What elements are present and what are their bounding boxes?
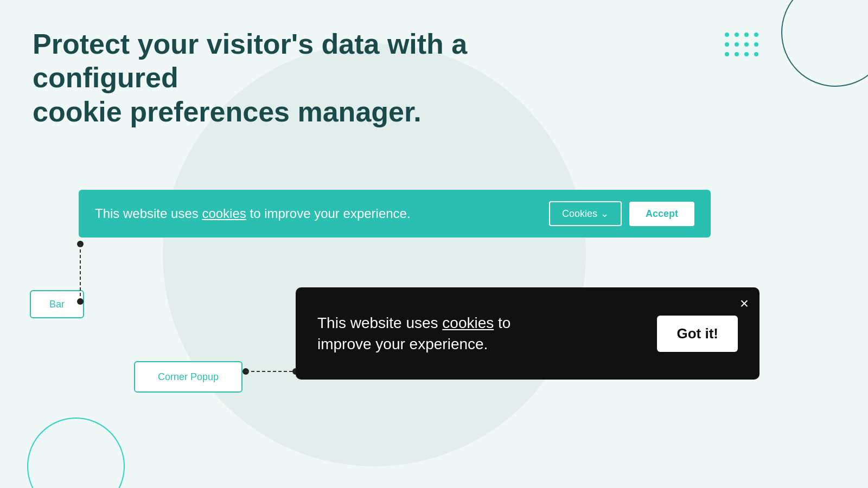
bar-label-box: Bar	[30, 290, 84, 318]
bar-banner-text-after: to improve your experience.	[246, 206, 411, 221]
close-button[interactable]: ×	[740, 296, 749, 311]
decorative-dots-grid	[725, 33, 760, 57]
chevron-down-icon: ⌄	[601, 208, 609, 220]
bar-banner-text-before: This website uses	[95, 206, 202, 221]
corner-label-text: Corner Popup	[158, 371, 219, 383]
corner-popup-cookies-link[interactable]: cookies	[442, 314, 494, 331]
cookies-dropdown-button[interactable]: Cookies ⌄	[549, 201, 622, 226]
bar-banner-text: This website uses cookies to improve you…	[95, 206, 549, 221]
heading-line1: Protect your visitor's data with a confi…	[33, 28, 467, 93]
decorative-circle-bottomleft	[27, 418, 125, 488]
svg-point-0	[77, 241, 84, 247]
cookies-button-label: Cookies	[562, 208, 597, 220]
corner-popup-label-box: Corner Popup	[134, 361, 242, 393]
corner-popup-text-before: This website uses	[317, 314, 442, 331]
close-icon: ×	[740, 295, 749, 312]
main-heading: Protect your visitor's data with a confi…	[33, 27, 521, 129]
got-it-label: Got it!	[676, 325, 718, 342]
accept-button-label: Accept	[646, 208, 678, 219]
corner-popup: × This website uses cookies toimprove yo…	[296, 287, 760, 380]
got-it-button[interactable]: Got it!	[657, 316, 738, 352]
bar-banner-cookies-link[interactable]: cookies	[202, 206, 246, 221]
bar-h-connector	[84, 300, 91, 306]
bar-banner: This website uses cookies to improve you…	[79, 190, 711, 237]
bar-banner-buttons: Cookies ⌄ Accept	[549, 201, 694, 226]
corner-popup-text: This website uses cookies toimprove your…	[317, 312, 641, 355]
bar-label-text: Bar	[49, 299, 65, 310]
heading-line2: cookie preferences manager.	[33, 96, 422, 127]
decorative-circle-topright	[781, 0, 868, 87]
accept-button[interactable]: Accept	[629, 202, 694, 226]
